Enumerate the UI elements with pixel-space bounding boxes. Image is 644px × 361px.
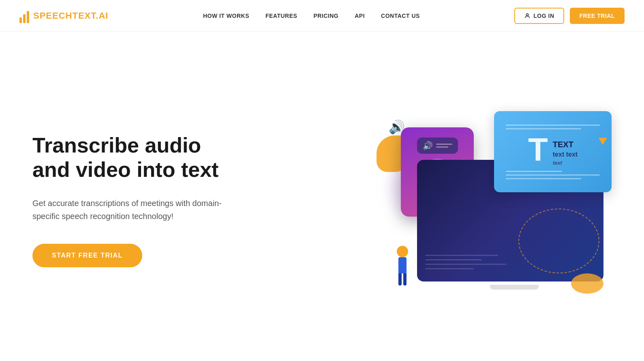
h-lines-bottom — [506, 171, 600, 179]
screen-line-2 — [425, 259, 482, 260]
laptop-base — [490, 285, 539, 290]
nav-pricing[interactable]: PRICING — [313, 13, 338, 19]
h-line-2 — [506, 128, 581, 129]
bubble-sound-icon: 🔊 — [423, 141, 433, 150]
free-trial-button[interactable]: FREE TRIAL — [570, 8, 625, 24]
h-line-1 — [506, 125, 600, 126]
nav-api[interactable]: API — [355, 13, 365, 19]
screen-line-3 — [425, 264, 506, 265]
person-figure — [397, 246, 408, 286]
wave-bar-3 — [27, 11, 29, 23]
text-label-large: TEXT — [553, 140, 578, 149]
site-header: SPEECHTEXT.AI HOW IT WORKS FEATURES PRIC… — [0, 0, 644, 32]
person-legs — [398, 273, 407, 286]
user-icon — [524, 13, 531, 19]
panel-main-content: T TEXT text text text — [528, 133, 578, 166]
h-line-4 — [506, 174, 600, 176]
header-actions: LOG IN FREE TRIAL — [514, 8, 625, 24]
bubble-line-2 — [436, 146, 448, 148]
speech-bubble: 🔊 — [417, 138, 458, 154]
hero-section: Transcribe audio and video into text Get… — [0, 32, 644, 361]
person-body — [398, 257, 407, 273]
h-lines-top — [506, 125, 600, 129]
arrow-decoration — [599, 134, 609, 145]
nav-how-it-works[interactable]: HOW IT WORKS — [203, 13, 249, 19]
wave-bar-1 — [19, 17, 22, 23]
hero-subtitle: Get accurate transcriptions of meetings … — [32, 197, 235, 223]
bubble-lines — [436, 144, 452, 148]
person-leg-left — [398, 273, 402, 286]
wave-bar-2 — [23, 14, 26, 23]
person-leg-right — [403, 273, 407, 286]
screen-line-4 — [425, 268, 474, 269]
person-head — [397, 246, 408, 257]
nav-contact-us[interactable]: CONTACT US — [381, 13, 420, 19]
main-nav: HOW IT WORKS FEATURES PRICING API CONTAC… — [203, 13, 420, 19]
text-label-medium: text text — [553, 151, 578, 158]
h-line-3 — [506, 171, 562, 172]
h-line-5 — [506, 178, 581, 179]
logo[interactable]: SPEECHTEXT.AI — [19, 9, 108, 23]
hero-content: Transcribe audio and video into text Get… — [32, 133, 235, 267]
logo-text: SPEECHTEXT.AI — [33, 11, 108, 21]
screen-line-1 — [425, 255, 498, 256]
login-label: LOG IN — [533, 13, 554, 19]
dashed-circle-decoration — [518, 208, 599, 273]
logo-name: SPEECHTEXT — [33, 11, 96, 21]
login-button[interactable]: LOG IN — [514, 8, 564, 24]
svg-point-0 — [526, 13, 528, 15]
hero-title: Transcribe audio and video into text — [32, 133, 235, 182]
screen-lines — [425, 255, 506, 269]
logo-waves-icon — [19, 9, 29, 23]
bubble-line-1 — [436, 144, 452, 145]
text-panel: T TEXT text text text — [494, 111, 612, 192]
start-free-trial-button[interactable]: START FREE TRIAL — [32, 244, 142, 267]
hero-illustration: 🔊 🔊 — [377, 103, 612, 298]
logo-suffix: .AI — [96, 11, 108, 21]
text-label-stack: TEXT text text text — [553, 133, 578, 166]
yellow-blob-3 — [571, 273, 603, 294]
text-label-small: text — [553, 160, 578, 166]
nav-features[interactable]: FEATURES — [265, 13, 297, 19]
big-t-letter: T — [528, 133, 548, 166]
